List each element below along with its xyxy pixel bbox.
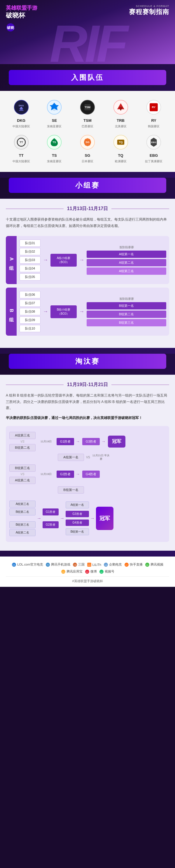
ko-date-2: 11月19日 bbox=[37, 472, 55, 476]
group-a-results: 首阶段赛赛 A组第一名 A组第二名 A组第三名 bbox=[87, 245, 166, 275]
team-a5: 队伍05 bbox=[20, 273, 40, 281]
ko-qf-results: G1胜者 G2胜者 bbox=[42, 508, 59, 528]
team-a3: 队伍03 bbox=[20, 256, 40, 264]
ko-arrow-g3: → bbox=[101, 439, 106, 444]
team-ts: TS TS 东南亚赛区 bbox=[39, 133, 70, 163]
knockout-desc1: A 组和 B 组排名第一的队伍轮空晋级半决赛。每组的第二名和第三名将与另一组的一… bbox=[6, 393, 169, 411]
group-description: 十支通过地区入围赛获得参赛资格的队伍将会被分成两组，每组五支。每支队伍进行三局两… bbox=[6, 216, 169, 229]
team-name-ry: RY bbox=[151, 118, 156, 123]
group-b-content: 队伍06 队伍07 队伍08 队伍09 队伍10 → B组小组赛（BO3） → … bbox=[17, 287, 169, 336]
event-emblem: 破晓 bbox=[6, 23, 37, 32]
hero-title-line2: 破晓杯 bbox=[6, 11, 37, 20]
sponsor-weibo: 微博 微博 bbox=[85, 569, 97, 574]
team-name-trb: TRB bbox=[117, 118, 124, 123]
ko-champion: 冠军 bbox=[108, 436, 125, 447]
svg-text:微博: 微博 bbox=[86, 571, 88, 573]
sponsor-lilith-icon: LiLiTh bbox=[87, 562, 92, 567]
team-logo-tq: TQ bbox=[111, 133, 130, 152]
group-a-result-3: A组第三名 bbox=[87, 268, 166, 275]
knockout-bracket: A组第三名 VS B组第二名 11月19日 G1胜者 → G3胜者 → 冠军 bbox=[6, 426, 169, 542]
ko-champion-label: 冠军 bbox=[112, 438, 121, 445]
team-region-trb: 北美赛区 bbox=[115, 124, 126, 128]
ko-arrow-g2: → bbox=[76, 472, 81, 476]
sponsor-3k-label: 三国 bbox=[78, 562, 85, 567]
ko-team-b2: B组第二名 bbox=[9, 444, 36, 451]
ko-match-bot: B组第三名 A组第二名 bbox=[9, 521, 36, 536]
team-region-ry: 韩国赛区 bbox=[148, 124, 159, 128]
group-b-result-1: B组第一名 bbox=[87, 302, 166, 309]
schedule-title: 赛程赛制指南 bbox=[129, 7, 169, 16]
group-a-result-2: A组第二名 bbox=[87, 259, 166, 266]
team-region-tt: 中国大陆赛区 bbox=[12, 159, 30, 163]
ko-qt1: A组第三名 bbox=[9, 501, 36, 507]
group-a-teams: 队伍01 队伍02 队伍03 队伍04 队伍05 bbox=[20, 240, 40, 281]
svg-text:DKG: DKG bbox=[19, 104, 24, 107]
team-logo-sg: SG bbox=[78, 133, 97, 152]
team-name-dkg: DKG bbox=[17, 118, 25, 123]
group-b-results: 首阶段赛赛 B组第一名 B组第二名 B组第三名 bbox=[87, 297, 166, 326]
ko-arrow-g1: → bbox=[76, 439, 81, 444]
team-region-sg: 日本赛区 bbox=[82, 159, 93, 163]
ko-g1: G1胜者 bbox=[57, 438, 74, 445]
team-region-tq: 欧洲赛区 bbox=[115, 159, 126, 163]
teams-header-title: 入围队伍 bbox=[9, 73, 166, 82]
group-a-label: A组 bbox=[6, 236, 17, 284]
team-name-tq: TQ bbox=[118, 153, 123, 158]
ko-left-col-2: B组第三名 VS A组第二名 bbox=[9, 464, 36, 484]
event-icon: 破晓 bbox=[6, 23, 15, 32]
sponsor-qe: 企鹅 企鹅电竞 bbox=[104, 562, 122, 567]
ko-qb2: A组第二名 bbox=[9, 529, 36, 536]
team-name-sg: SG bbox=[85, 153, 90, 158]
group-b-match-label: B组小组赛（BO3） bbox=[51, 305, 77, 318]
team-region-dkg: 中国大陆赛区 bbox=[12, 124, 30, 128]
team-b4: 队伍09 bbox=[20, 316, 40, 324]
team-logo-ebg: EBG bbox=[144, 133, 163, 152]
team-ry: RY RY 韩国赛区 bbox=[138, 98, 169, 128]
sponsor-qe-icon: 企鹅 bbox=[104, 562, 108, 567]
group-dates: 11月13日-11月17日 bbox=[67, 206, 108, 212]
team-b3: 队伍08 bbox=[20, 308, 40, 315]
team-a4: 队伍04 bbox=[20, 265, 40, 272]
teams-section: DKG DKG 中国大陆赛区 SE 东南亚 bbox=[0, 91, 175, 172]
svg-text:SG: SG bbox=[85, 141, 90, 144]
ko-sf1: A组第一名 bbox=[66, 501, 89, 508]
hero-title-line1: 英雄联盟手游 bbox=[6, 5, 37, 11]
sponsor-lol: LOL LOL.com官方电竞 bbox=[12, 562, 43, 567]
sponsor-kuaishou-label: 快手直播 bbox=[130, 562, 143, 567]
team-name-ebg: EBG bbox=[150, 153, 158, 158]
sponsor-shipinhao-label: 视频号 bbox=[105, 569, 114, 574]
teams-grid: DKG DKG 中国大陆赛区 SE 东南亚 bbox=[6, 98, 169, 163]
ko-vs-2: VS bbox=[9, 473, 36, 476]
sponsor-tencent: TX 腾讯手机游戏 bbox=[46, 562, 70, 567]
team-sg: SG SG 日本赛区 bbox=[72, 133, 103, 163]
ko-sf4: B组第一名 bbox=[66, 528, 89, 535]
svg-text:破晓: 破晓 bbox=[7, 26, 14, 30]
ko-champion-final: 冠军 bbox=[96, 507, 113, 530]
team-a2: 队伍02 bbox=[20, 248, 40, 255]
group-header-title: 小组赛 bbox=[9, 181, 166, 190]
teams-wrapper: 入围队伍 DKG DKG 中国大陆赛区 bbox=[0, 64, 175, 178]
sponsor-3k-icon: 三国 bbox=[72, 562, 77, 567]
ko-team-b1: B组第一名 bbox=[58, 486, 84, 494]
sponsor-qe-label: 企鹅电竞 bbox=[109, 562, 122, 567]
team-trb: TRB 北美赛区 bbox=[105, 98, 136, 128]
knockout-wrapper: 淘汰赛 11月19日-11月21日 A 组和 B 组排名第一的队伍轮空晋级半决赛… bbox=[0, 354, 175, 557]
ko-row-1: A组第三名 VS B组第二名 11月19日 G1胜者 → G3胜者 → 冠军 bbox=[9, 432, 166, 451]
ko-sf-g3: G3胜者 bbox=[66, 511, 89, 517]
ko-connect2: → bbox=[59, 516, 66, 521]
ko-g2: G2胜者 bbox=[57, 471, 74, 478]
sponsor-tencent-icon: TX bbox=[46, 562, 50, 567]
team-b5: 队伍10 bbox=[20, 325, 40, 332]
group-b-arrow2: → bbox=[79, 309, 84, 315]
sponsor-shipinhao-icon: 视频号 bbox=[99, 569, 104, 574]
team-logo-tsm: TSM bbox=[78, 98, 97, 117]
group-dates-banner: 11月13日-11月17日 bbox=[6, 206, 169, 212]
sponsor-lilith: LiLiTh LiLiTh bbox=[87, 562, 101, 567]
svg-text:企鹅: 企鹅 bbox=[105, 564, 107, 566]
svg-text:快手: 快手 bbox=[125, 564, 128, 566]
ko-connect3: → bbox=[89, 516, 96, 521]
ko-divider bbox=[9, 462, 166, 464]
ko-team-a1: A组第一名 bbox=[58, 454, 84, 461]
sponsor-appbao-label: 腾讯应用宝 bbox=[66, 569, 83, 574]
group-section: 11月13日-11月17日 十支通过地区入围赛获得参赛资格的队伍将会被分成两组，… bbox=[0, 199, 175, 348]
